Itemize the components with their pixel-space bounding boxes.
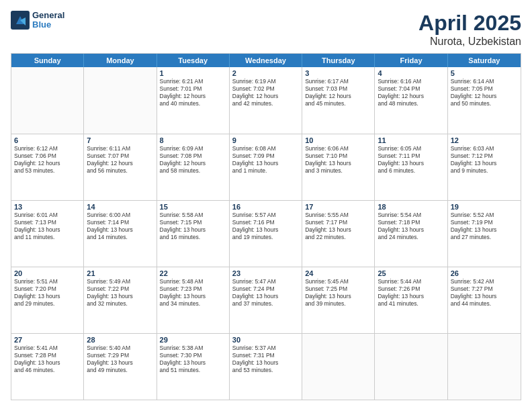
cal-cell-5-6 [375,334,447,400]
week-row-4: 20Sunrise: 5:51 AMSunset: 7:20 PMDayligh… [11,267,521,333]
cal-cell-2-1: 6Sunrise: 6:12 AMSunset: 7:06 PMDaylight… [11,134,84,200]
day-info: Sunrise: 5:41 AMSunset: 7:28 PMDaylight:… [14,345,81,374]
day-number: 17 [305,203,371,211]
day-info: Sunrise: 6:00 AMSunset: 7:14 PMDaylight:… [87,212,153,241]
cal-cell-1-1 [11,67,84,134]
day-info: Sunrise: 5:37 AMSunset: 7:31 PMDaylight:… [232,345,299,374]
cal-cell-1-4: 2Sunrise: 6:19 AMSunset: 7:02 PMDaylight… [230,67,302,134]
cal-cell-1-7: 5Sunrise: 6:14 AMSunset: 7:05 PMDaylight… [448,67,521,134]
cal-cell-4-2: 21Sunrise: 5:49 AMSunset: 7:22 PMDayligh… [84,267,157,333]
day-number: 22 [160,269,226,277]
day-info: Sunrise: 5:55 AMSunset: 7:17 PMDaylight:… [305,212,371,241]
day-number: 11 [378,136,444,144]
cal-cell-3-1: 13Sunrise: 6:01 AMSunset: 7:13 PMDayligh… [11,201,84,267]
day-number: 24 [305,269,371,277]
day-info: Sunrise: 5:52 AMSunset: 7:19 PMDaylight:… [451,212,518,241]
cal-cell-5-5 [302,334,375,400]
day-info: Sunrise: 5:47 AMSunset: 7:24 PMDaylight:… [232,278,299,308]
logo: General Blue [11,11,64,30]
week-row-5: 27Sunrise: 5:41 AMSunset: 7:28 PMDayligh… [11,333,521,400]
logo-general: General [32,11,64,20]
day-info: Sunrise: 6:12 AMSunset: 7:06 PMDaylight:… [14,145,81,175]
day-number: 20 [14,269,81,277]
cal-cell-1-3: 1Sunrise: 6:21 AMSunset: 7:01 PMDaylight… [157,67,230,134]
cal-cell-2-4: 9Sunrise: 6:08 AMSunset: 7:09 PMDaylight… [230,134,302,200]
cal-cell-2-6: 11Sunrise: 6:05 AMSunset: 7:11 PMDayligh… [375,134,447,200]
header-day-wednesday: Wednesday [230,54,302,67]
day-number: 27 [14,336,81,344]
cal-cell-2-2: 7Sunrise: 6:11 AMSunset: 7:07 PMDaylight… [84,134,157,200]
calendar-header: SundayMondayTuesdayWednesdayThursdayFrid… [11,54,521,67]
cal-cell-4-1: 20Sunrise: 5:51 AMSunset: 7:20 PMDayligh… [11,267,84,333]
day-number: 14 [87,203,153,211]
day-number: 21 [87,269,153,277]
day-number: 6 [14,136,81,144]
day-number: 18 [378,203,444,211]
day-number: 25 [378,269,444,277]
cal-cell-5-3: 29Sunrise: 5:38 AMSunset: 7:30 PMDayligh… [157,334,230,400]
day-number: 10 [305,136,371,144]
cal-cell-4-5: 24Sunrise: 5:45 AMSunset: 7:25 PMDayligh… [302,267,375,333]
day-info: Sunrise: 5:45 AMSunset: 7:25 PMDaylight:… [305,278,371,308]
cal-cell-1-6: 4Sunrise: 6:16 AMSunset: 7:04 PMDaylight… [375,67,447,134]
location: Nurota, Uzbekistan [418,36,521,48]
cal-cell-2-3: 8Sunrise: 6:09 AMSunset: 7:08 PMDaylight… [157,134,230,200]
cal-cell-3-7: 19Sunrise: 5:52 AMSunset: 7:19 PMDayligh… [448,201,521,267]
header: General Blue April 2025 Nurota, Uzbekist… [11,11,521,48]
day-number: 29 [160,336,226,344]
day-number: 26 [451,269,518,277]
day-info: Sunrise: 5:58 AMSunset: 7:15 PMDaylight:… [160,212,226,241]
header-day-monday: Monday [84,54,157,67]
day-number: 12 [451,136,518,144]
header-day-friday: Friday [375,54,447,67]
logo-icon [11,11,30,30]
week-row-1: 1Sunrise: 6:21 AMSunset: 7:01 PMDaylight… [11,67,521,134]
day-number: 4 [378,69,444,77]
day-info: Sunrise: 5:54 AMSunset: 7:18 PMDaylight:… [378,212,444,241]
calendar-body: 1Sunrise: 6:21 AMSunset: 7:01 PMDaylight… [11,67,521,400]
day-info: Sunrise: 6:21 AMSunset: 7:01 PMDaylight:… [160,78,226,107]
day-info: Sunrise: 6:01 AMSunset: 7:13 PMDaylight:… [14,212,81,241]
day-number: 1 [160,69,226,77]
week-row-3: 13Sunrise: 6:01 AMSunset: 7:13 PMDayligh… [11,200,521,267]
day-info: Sunrise: 5:44 AMSunset: 7:26 PMDaylight:… [378,278,444,308]
week-row-2: 6Sunrise: 6:12 AMSunset: 7:06 PMDaylight… [11,134,521,200]
cal-cell-3-2: 14Sunrise: 6:00 AMSunset: 7:14 PMDayligh… [84,201,157,267]
day-number: 16 [232,203,299,211]
day-info: Sunrise: 6:05 AMSunset: 7:11 PMDaylight:… [378,145,444,175]
cal-cell-5-1: 27Sunrise: 5:41 AMSunset: 7:28 PMDayligh… [11,334,84,400]
title-section: April 2025 Nurota, Uzbekistan [418,11,521,48]
day-number: 19 [451,203,518,211]
cal-cell-3-4: 16Sunrise: 5:57 AMSunset: 7:16 PMDayligh… [230,201,302,267]
day-number: 9 [232,136,299,144]
cal-cell-4-3: 22Sunrise: 5:48 AMSunset: 7:23 PMDayligh… [157,267,230,333]
cal-cell-5-4: 30Sunrise: 5:37 AMSunset: 7:31 PMDayligh… [230,334,302,400]
calendar: SundayMondayTuesdayWednesdayThursdayFrid… [11,53,521,400]
header-day-tuesday: Tuesday [157,54,230,67]
day-info: Sunrise: 6:19 AMSunset: 7:02 PMDaylight:… [232,78,299,107]
day-number: 23 [232,269,299,277]
cal-cell-5-2: 28Sunrise: 5:40 AMSunset: 7:29 PMDayligh… [84,334,157,400]
day-info: Sunrise: 5:40 AMSunset: 7:29 PMDaylight:… [87,345,153,374]
day-number: 13 [14,203,81,211]
day-info: Sunrise: 5:42 AMSunset: 7:27 PMDaylight:… [451,278,518,308]
day-info: Sunrise: 5:49 AMSunset: 7:22 PMDaylight:… [87,278,153,308]
cal-cell-1-5: 3Sunrise: 6:17 AMSunset: 7:03 PMDaylight… [302,67,375,134]
day-info: Sunrise: 6:17 AMSunset: 7:03 PMDaylight:… [305,78,371,107]
day-number: 2 [232,69,299,77]
logo-blue: Blue [32,20,64,30]
cal-cell-4-6: 25Sunrise: 5:44 AMSunset: 7:26 PMDayligh… [375,267,447,333]
month-title: April 2025 [418,11,521,36]
day-number: 15 [160,203,226,211]
day-number: 8 [160,136,226,144]
cal-cell-3-3: 15Sunrise: 5:58 AMSunset: 7:15 PMDayligh… [157,201,230,267]
day-info: Sunrise: 6:03 AMSunset: 7:12 PMDaylight:… [451,145,518,175]
day-number: 5 [451,69,518,77]
header-day-saturday: Saturday [448,54,521,67]
day-number: 30 [232,336,299,344]
day-info: Sunrise: 6:14 AMSunset: 7:05 PMDaylight:… [451,78,518,107]
day-number: 3 [305,69,371,77]
day-info: Sunrise: 5:57 AMSunset: 7:16 PMDaylight:… [232,212,299,241]
day-info: Sunrise: 6:16 AMSunset: 7:04 PMDaylight:… [378,78,444,107]
header-day-thursday: Thursday [302,54,375,67]
